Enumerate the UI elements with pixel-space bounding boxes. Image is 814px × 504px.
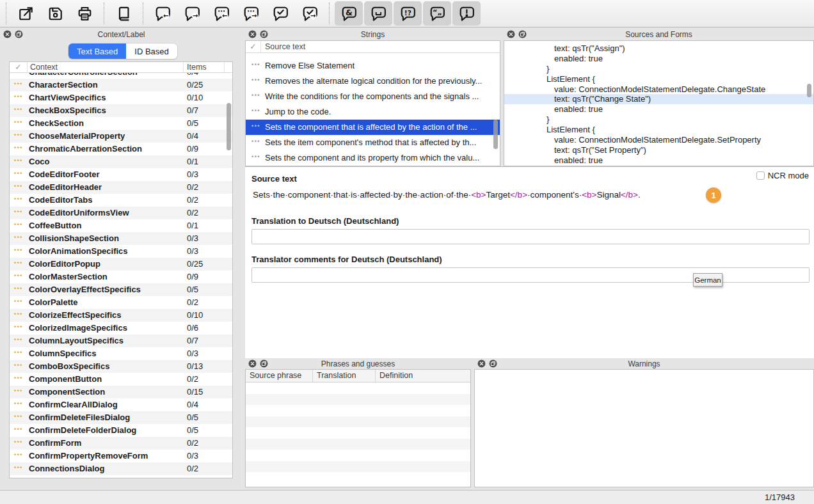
source-phrase-column-header[interactable]: Source phrase: [246, 370, 313, 382]
context-row[interactable]: •••ConfirmDeleteFolderDialog0/5: [10, 424, 232, 437]
strings-panel-title: Strings: [245, 30, 500, 39]
unfinished-dots-icon: •••: [14, 439, 23, 445]
context-column-header[interactable]: Context: [28, 62, 184, 72]
close-icon[interactable]: [507, 30, 515, 38]
context-row[interactable]: •••ChartViewSpecifics0/10: [10, 91, 232, 104]
done-and-next-button[interactable]: →: [296, 1, 324, 26]
phrase-matches-button[interactable]: “„: [423, 1, 451, 26]
prev-button[interactable]: ←: [207, 1, 235, 26]
context-row[interactable]: •••ConfirmClearAllDialog0/4: [10, 398, 232, 411]
accelerators-button[interactable]: &: [335, 1, 363, 26]
items-column-header[interactable]: Items: [184, 62, 225, 72]
string-row[interactable]: •••Sets the item component's method that…: [246, 135, 500, 150]
float-icon[interactable]: [518, 30, 527, 38]
close-icon[interactable]: [3, 30, 12, 38]
string-row[interactable]: •••Jump to the code.: [246, 104, 500, 120]
context-items: 0/2: [187, 438, 198, 448]
ncr-mode-control[interactable]: NCR mode: [756, 171, 809, 180]
string-row[interactable]: •••Sets the component and its property f…: [246, 150, 500, 166]
save-icon: [47, 5, 64, 22]
phrases-panel: Phrases and guesses Source phrase Transl…: [245, 358, 471, 487]
string-row[interactable]: •••Write the conditions for the componen…: [246, 89, 500, 104]
context-items: 0/2: [187, 182, 198, 192]
main-toolbar: ←→←→→&!?“„: [0, 0, 814, 28]
context-row[interactable]: •••ConnectionsDialog0/2: [10, 462, 232, 475]
context-row[interactable]: •••ChooseMaterialProperty0/4: [10, 130, 232, 143]
bubble-amp-icon: &: [340, 5, 358, 22]
tab-id-based[interactable]: ID Based: [126, 43, 177, 59]
float-icon[interactable]: [260, 359, 268, 368]
surrounding-whitespace-button[interactable]: [364, 1, 392, 26]
context-row[interactable]: •••Coco0/1: [10, 155, 232, 168]
code-line: text: qsTr("Assign"): [504, 43, 813, 54]
string-row-selected[interactable]: •••Sets the component that is affected b…: [246, 120, 500, 135]
close-icon[interactable]: [477, 359, 486, 368]
strings-partial-row[interactable]: [246, 53, 500, 58]
context-row[interactable]: •••ComponentButton0/2: [10, 373, 232, 386]
tab-text-based[interactable]: Text Based: [68, 43, 126, 59]
context-row[interactable]: •••ColorizeEffectSpecifics0/10: [10, 309, 232, 322]
definition-column-header[interactable]: Definition: [376, 370, 470, 382]
context-row[interactable]: •••ConfirmPropertyRemoveForm0/3: [10, 450, 232, 462]
context-row[interactable]: •••CodeEditorHeader0/2: [10, 181, 232, 194]
check-column-header[interactable]: ✓: [10, 62, 28, 72]
translation-column-header[interactable]: Translation: [313, 370, 376, 382]
done-button[interactable]: [266, 1, 294, 26]
context-name: CheckBoxSpecifics: [29, 106, 106, 115]
phrase-book-button[interactable]: [109, 1, 138, 26]
save-button[interactable]: [41, 1, 69, 26]
prev-unfinished-button[interactable]: ←: [148, 1, 177, 26]
print-button[interactable]: [70, 1, 99, 26]
strings-panel: Strings ✓ Source text •••Remove Else Sta…: [245, 29, 500, 166]
context-row[interactable]: •••CollisionShapeSection0/3: [10, 232, 232, 245]
context-row[interactable]: •••CoffeeButton0/1: [10, 219, 232, 232]
context-row[interactable]: •••CheckBoxSpecifics0/7: [10, 104, 232, 117]
next-button[interactable]: →: [237, 1, 265, 26]
strings-scrollbar[interactable]: [493, 120, 498, 149]
sources-scrollbar[interactable]: [807, 84, 811, 97]
context-row[interactable]: •••ColorMasterSection0/9: [10, 271, 232, 283]
translation-input[interactable]: [251, 229, 810, 244]
next-unfinished-button[interactable]: →: [178, 1, 206, 26]
comments-input[interactable]: [251, 267, 810, 283]
code-line: enabled: true: [504, 155, 813, 166]
close-icon[interactable]: [248, 30, 257, 38]
ending-punctuation-button[interactable]: !?: [394, 1, 422, 26]
ncr-checkbox[interactable]: [756, 171, 765, 180]
context-row[interactable]: •••ColorEditorPopup0/25: [10, 258, 232, 271]
context-row[interactable]: •••CharacterSection0/25: [10, 79, 232, 91]
context-row[interactable]: •••CodeEditorFooter0/3: [10, 168, 232, 181]
context-row[interactable]: •••ConfirmForm0/2: [10, 437, 232, 450]
context-row[interactable]: •••ComboBoxSpecifics0/13: [10, 360, 232, 373]
check-column-header[interactable]: ✓: [246, 41, 261, 52]
context-row[interactable]: •••CheckSection0/5: [10, 117, 232, 130]
context-row[interactable]: •••ColorizedImageSpecifics0/6: [10, 322, 232, 335]
context-row[interactable]: •••CodeEditorTabs0/2: [10, 194, 232, 207]
context-row[interactable]: •••CodeEditorUniformsView0/2: [10, 207, 232, 219]
string-row[interactable]: •••Removes the alternate logical conditi…: [246, 74, 500, 89]
open-button[interactable]: [12, 1, 40, 26]
place-markers-button[interactable]: [452, 1, 481, 26]
length-variant-badge[interactable]: 1: [706, 187, 721, 203]
warnings-panel-title: Warnings: [474, 359, 814, 368]
context-row[interactable]: •••ColorAnimationSpecifics0/3: [10, 245, 232, 258]
context-row[interactable]: •••ChromaticAberrationSection0/9: [10, 143, 232, 155]
context-partial-row[interactable]: ••• CharacterControllerSection 0/4: [10, 73, 232, 79]
context-scrollbar[interactable]: [227, 103, 231, 150]
context-row[interactable]: •••ComponentSection0/15: [10, 386, 232, 398]
float-icon[interactable]: [489, 359, 497, 368]
source-text-column-header[interactable]: Source text: [261, 41, 500, 52]
phrases-table: Source phrase Translation Definition: [245, 369, 471, 487]
float-icon[interactable]: [260, 30, 268, 38]
float-icon[interactable]: [15, 30, 23, 38]
unfinished-dots-icon: •••: [14, 81, 23, 87]
unfinished-dots-icon: •••: [14, 426, 23, 432]
context-row[interactable]: •••ConfirmDeleteFilesDialog0/5: [10, 411, 232, 424]
context-row[interactable]: •••ColumnLayoutSpecifics0/7: [10, 335, 232, 347]
context-row[interactable]: •••ColorOverlayEffectSpecifics0/5: [10, 283, 232, 296]
close-icon[interactable]: [248, 359, 257, 368]
string-row[interactable]: •••Remove Else Statement: [246, 58, 500, 74]
source-code-view[interactable]: text: qsTr("Assign")enabled: true}ListEl…: [504, 40, 814, 166]
context-row[interactable]: •••ColorPalette0/2: [10, 296, 232, 309]
context-row[interactable]: •••ColumnSpecifics0/3: [10, 347, 232, 360]
